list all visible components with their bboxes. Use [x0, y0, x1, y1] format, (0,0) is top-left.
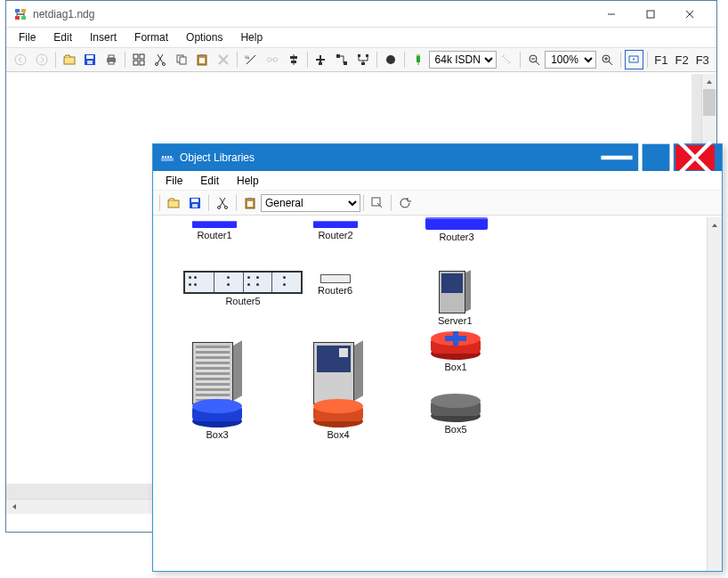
lib-item-label: Box3 — [206, 429, 228, 440]
toolbar-sep — [307, 52, 308, 68]
edit-shape-icon[interactable] — [368, 193, 387, 213]
scroll-thumb[interactable] — [703, 89, 716, 116]
svg-text:¼: ¼ — [245, 54, 249, 60]
link-speed-select[interactable]: 64k ISDN — [429, 51, 497, 69]
open-button[interactable] — [60, 50, 79, 69]
library-body[interactable]: Router1 Router2 Router3 Router5 Router6 — [153, 217, 707, 571]
svg-rect-16 — [133, 61, 138, 65]
child-titlebar[interactable]: Object Libraries — [153, 144, 722, 171]
lib-item-router1[interactable]: Router1 — [192, 221, 237, 240]
toolbar-sep — [520, 52, 521, 68]
menu-help[interactable]: Help — [231, 28, 271, 46]
open-lib-button[interactable] — [164, 193, 183, 213]
copy-button[interactable] — [172, 50, 191, 69]
router-icon — [313, 221, 358, 228]
toolbar-sep — [647, 52, 648, 68]
lib-item-box1[interactable]: Box1 — [431, 331, 481, 372]
cut-button[interactable] — [150, 50, 170, 69]
svg-rect-2 — [15, 16, 20, 20]
lib-item-box3[interactable]: Box3 — [192, 342, 242, 440]
toolbar-sep — [404, 52, 405, 68]
lib-item-label: Router3 — [439, 232, 473, 242]
toolbar-sep — [55, 52, 56, 68]
svg-rect-47 — [640, 142, 671, 173]
fraction-icon[interactable]: ¼ — [241, 50, 261, 69]
child-menu-file[interactable]: File — [157, 172, 191, 190]
close-button[interactable] — [670, 2, 709, 27]
f1-label[interactable]: F1 — [651, 53, 671, 67]
lib-item-label: Box4 — [327, 429, 349, 440]
cut-link-icon[interactable] — [497, 50, 517, 69]
svg-point-41 — [633, 59, 635, 61]
save-lib-button[interactable] — [185, 193, 205, 213]
lib-item-router5[interactable]: Router5 — [183, 271, 303, 306]
svg-rect-51 — [192, 204, 198, 208]
svg-point-5 — [15, 54, 26, 65]
add-node-icon[interactable] — [311, 50, 331, 69]
plug-icon[interactable] — [408, 50, 428, 69]
lib-item-box5[interactable]: Box5 — [431, 394, 481, 435]
svg-rect-10 — [87, 61, 93, 64]
zoom-select[interactable]: 100% — [545, 51, 596, 69]
cylinder-icon — [313, 399, 363, 427]
refresh-icon[interactable] — [395, 193, 415, 213]
minimize-button[interactable] — [592, 2, 631, 27]
scroll-up-icon[interactable] — [708, 217, 722, 232]
menu-file[interactable]: File — [10, 28, 44, 46]
network-icon[interactable] — [353, 50, 373, 69]
svg-rect-55 — [248, 198, 252, 199]
link-icon[interactable] — [263, 50, 282, 69]
tile-icon[interactable] — [129, 50, 149, 69]
svg-rect-33 — [358, 54, 360, 57]
maximize-button[interactable] — [631, 2, 670, 27]
record-icon[interactable] — [381, 50, 400, 69]
svg-rect-35 — [361, 62, 365, 65]
child-maximize-button[interactable] — [636, 145, 675, 170]
server-icon — [439, 271, 471, 313]
router-icon — [425, 217, 488, 230]
align-center-icon[interactable] — [284, 50, 303, 69]
zoom-out-icon[interactable] — [524, 50, 544, 69]
lib-item-router2[interactable]: Router2 — [313, 221, 358, 240]
main-titlebar[interactable]: netdiag1.ndg — [6, 1, 716, 28]
child-close-button[interactable] — [675, 145, 715, 170]
toolbar-sep — [237, 52, 238, 68]
scroll-left-icon[interactable] — [6, 500, 21, 514]
f2-label[interactable]: F2 — [671, 53, 692, 67]
screen-icon[interactable] — [625, 50, 644, 69]
svg-rect-4 — [647, 11, 654, 18]
nav-back-button[interactable] — [11, 50, 30, 69]
save-button[interactable] — [80, 50, 100, 69]
lib-item-server1[interactable]: Server1 — [438, 271, 473, 326]
zoom-in-icon[interactable] — [597, 50, 617, 69]
menu-edit[interactable]: Edit — [44, 28, 81, 46]
lib-item-router6[interactable]: Router6 — [318, 274, 352, 296]
lib-item-box4[interactable]: Box4 — [313, 342, 363, 440]
main-toolbar: ¼ 64k ISDN 100% F1 F2 F3 — [6, 47, 716, 72]
child-title: Object Libraries — [180, 151, 597, 164]
print-button[interactable] — [101, 50, 121, 69]
lib-item-router3[interactable]: Router3 — [425, 217, 488, 242]
connect-icon[interactable] — [332, 50, 352, 69]
child-scrollbar[interactable] — [707, 217, 722, 571]
svg-rect-23 — [200, 54, 204, 56]
svg-rect-42 — [161, 158, 174, 161]
scroll-up-icon[interactable] — [702, 74, 716, 89]
cylinder-icon — [431, 331, 481, 360]
category-select[interactable]: General — [261, 194, 360, 212]
svg-rect-56 — [247, 201, 253, 207]
paste-lib-button[interactable] — [240, 193, 260, 213]
paste-button[interactable] — [192, 50, 212, 69]
delete-button[interactable] — [214, 50, 233, 69]
router-icon — [320, 274, 351, 283]
svg-rect-3 — [21, 16, 26, 20]
child-menu-help[interactable]: Help — [228, 172, 268, 190]
cut-lib-button[interactable] — [213, 193, 232, 213]
menu-format[interactable]: Format — [125, 28, 177, 46]
menu-insert[interactable]: Insert — [81, 28, 125, 46]
child-menu-edit[interactable]: Edit — [191, 172, 228, 190]
child-minimize-button[interactable] — [597, 145, 636, 170]
menu-options[interactable]: Options — [177, 28, 231, 46]
nav-forward-button[interactable] — [32, 50, 52, 69]
f3-label[interactable]: F3 — [692, 53, 713, 67]
